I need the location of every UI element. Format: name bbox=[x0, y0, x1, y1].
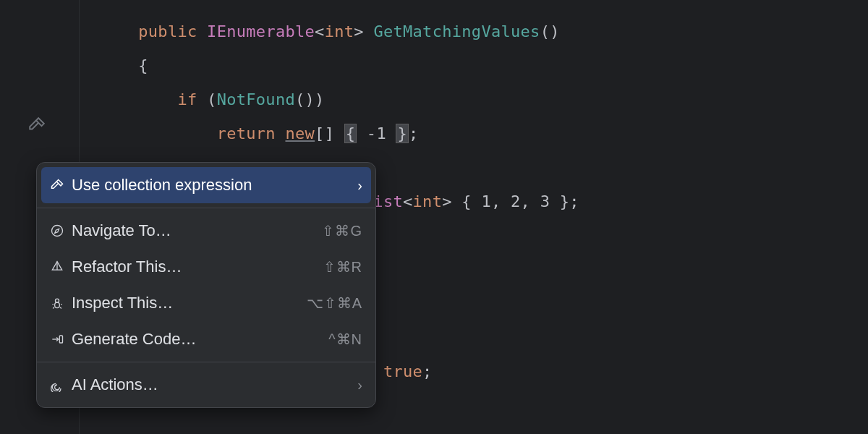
literal-true: true bbox=[383, 362, 422, 380]
highlight-brace-close: } bbox=[396, 124, 409, 143]
menu-item-shortcut: ⌥⇧⌘A bbox=[307, 294, 362, 312]
menu-item-generate-code[interactable]: Generate Code… ^⌘N bbox=[37, 321, 375, 357]
compass-icon bbox=[50, 224, 72, 238]
menu-item-shortcut: ⇧⌘R bbox=[323, 258, 362, 276]
svg-rect-3 bbox=[59, 336, 62, 343]
paren-open: ( bbox=[207, 90, 217, 109]
menu-item-label: Use collection expression bbox=[72, 176, 357, 195]
menu-item-refactor-this[interactable]: Refactor This… ⇧⌘R bbox=[37, 249, 375, 285]
hammer-icon bbox=[50, 178, 72, 192]
menu-item-shortcut: ⇧⌘G bbox=[322, 222, 362, 239]
menu-item-ai-actions[interactable]: AI Actions… › bbox=[37, 367, 375, 403]
keyword-public: public bbox=[138, 22, 197, 41]
menu-item-label: AI Actions… bbox=[72, 375, 357, 394]
semicolon: ; bbox=[409, 124, 419, 142]
angle-open: < bbox=[315, 22, 325, 41]
menu-item-label: Inspect This… bbox=[72, 294, 307, 312]
keyword-if: if bbox=[177, 90, 197, 109]
highlight-brace-open: { bbox=[344, 124, 357, 143]
menu-item-label: Navigate To… bbox=[72, 221, 322, 240]
semicolon-3: ; bbox=[422, 362, 433, 380]
type-ienumerable: IEnumerable bbox=[207, 22, 315, 41]
chevron-right-icon: › bbox=[357, 177, 362, 194]
svg-point-0 bbox=[52, 226, 63, 237]
keyword-return: return bbox=[217, 124, 276, 142]
spiral-icon bbox=[50, 378, 72, 392]
angle-open-2: < bbox=[403, 192, 413, 210]
method-notfound: NotFound bbox=[217, 90, 295, 109]
literal-123: 1, 2, 3 bbox=[481, 192, 550, 210]
method-name: GetMatchingValues bbox=[373, 22, 540, 41]
angle-close: > bbox=[354, 22, 364, 41]
menu-separator bbox=[37, 208, 375, 208]
svg-point-1 bbox=[56, 299, 59, 302]
semicolon-2: ; bbox=[569, 192, 579, 210]
menu-item-use-collection-expression[interactable]: Use collection expression › bbox=[41, 167, 371, 203]
bug-icon bbox=[50, 296, 72, 310]
prism-icon bbox=[50, 260, 72, 274]
brace-open: { bbox=[138, 56, 148, 75]
menu-separator bbox=[37, 362, 375, 362]
generate-icon bbox=[50, 332, 72, 346]
svg-rect-2 bbox=[55, 302, 60, 308]
menu-item-inspect-this[interactable]: Inspect This… ⌥⇧⌘A bbox=[37, 285, 375, 321]
parens: () bbox=[540, 22, 560, 41]
brace: } bbox=[560, 192, 570, 210]
chevron-right-icon: › bbox=[357, 377, 362, 393]
context-actions-popup: Use collection expression › Navigate To…… bbox=[36, 162, 376, 408]
menu-item-label: Refactor This… bbox=[72, 258, 323, 276]
literal-minus1: -1 bbox=[367, 124, 386, 142]
brace: { bbox=[461, 192, 472, 210]
array-brackets: [] bbox=[315, 124, 334, 142]
menu-item-navigate-to[interactable]: Navigate To… ⇧⌘G bbox=[37, 213, 375, 249]
call-parens: ()) bbox=[295, 90, 325, 109]
angle-close-2: > bbox=[442, 192, 452, 210]
hammer-icon[interactable] bbox=[27, 116, 46, 135]
menu-item-shortcut: ^⌘N bbox=[328, 331, 362, 348]
keyword-new: new bbox=[285, 124, 315, 142]
type-int: int bbox=[325, 22, 354, 41]
menu-item-label: Generate Code… bbox=[72, 330, 328, 349]
type-int-2: int bbox=[413, 192, 443, 210]
